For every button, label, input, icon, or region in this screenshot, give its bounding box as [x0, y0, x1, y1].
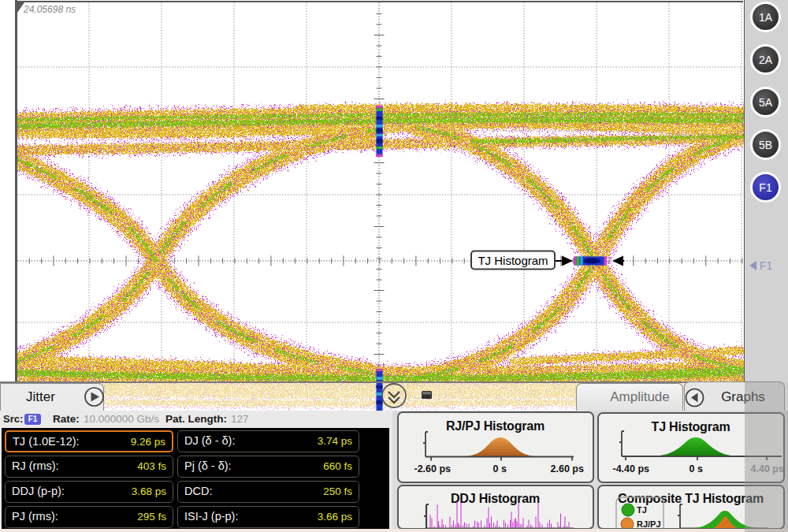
svg-text:TJ: TJ [637, 505, 647, 515]
svg-text:RJ/PJ: RJ/PJ [637, 519, 661, 529]
svg-text:TJ Histogram: TJ Histogram [478, 254, 548, 267]
